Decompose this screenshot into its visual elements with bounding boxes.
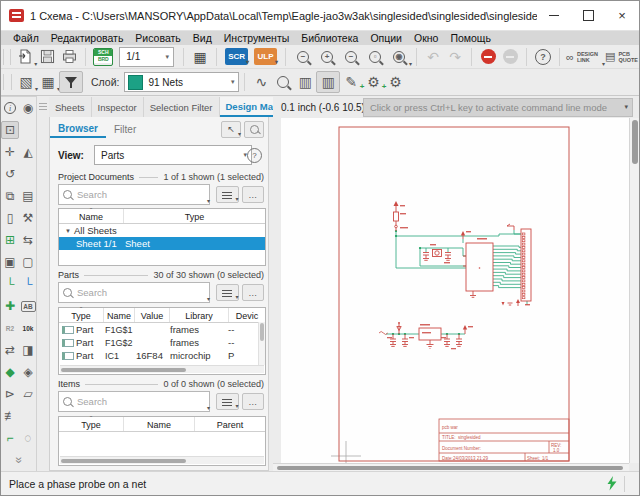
- parts-search-input[interactable]: [75, 286, 209, 299]
- pcb-quote-button[interactable]: ▤ PCBQUOTE: [604, 47, 639, 67]
- settings-button-2[interactable]: ⚙: [384, 72, 406, 92]
- items-more-button[interactable]: …: [242, 393, 265, 410]
- tool-move-icon[interactable]: ✛: [2, 144, 18, 160]
- print-button[interactable]: [58, 47, 80, 67]
- go-button[interactable]: [499, 47, 521, 67]
- zoom-mode-button[interactable]: [244, 121, 264, 138]
- grid-button[interactable]: ▦: [37, 72, 59, 92]
- zoom-select-button[interactable]: ◉: [387, 47, 411, 67]
- tool-smash-icon[interactable]: ◨: [20, 342, 36, 358]
- toolbar-grip-2[interactable]: [3, 74, 12, 90]
- menu-library[interactable]: Библиотека: [295, 31, 364, 45]
- frames-button[interactable]: ▦: [189, 47, 211, 67]
- column-name[interactable]: Name: [124, 417, 195, 431]
- stop-button[interactable]: [477, 47, 499, 67]
- tool-attribute-icon[interactable]: ◈: [20, 364, 36, 380]
- annotate-button[interactable]: ✎+: [340, 72, 362, 92]
- simulate-button[interactable]: ∿: [250, 72, 272, 92]
- zoom-out-button[interactable]: −: [339, 47, 363, 67]
- tool-bus-icon[interactable]: └: [20, 276, 36, 292]
- ulp-button[interactable]: ULP: [254, 48, 277, 65]
- close-button[interactable]: ×: [605, 1, 639, 31]
- part-row[interactable]: Part IC1 16F84 microchip P: [59, 349, 265, 362]
- minimize-button[interactable]: [537, 1, 571, 31]
- parts-search[interactable]: [58, 282, 210, 303]
- project-documents-more-button[interactable]: …: [242, 186, 265, 203]
- tab-selection-filter[interactable]: Selection Filter: [144, 97, 220, 117]
- tool-delete-icon[interactable]: ▯: [2, 210, 18, 226]
- menu-view[interactable]: Вид: [187, 31, 218, 45]
- items-horizontal-scrollbar[interactable]: [60, 456, 264, 464]
- menu-draw[interactable]: Рисовать: [129, 31, 186, 45]
- tool-rotate-icon[interactable]: ↺: [2, 166, 18, 182]
- save-button[interactable]: [36, 47, 58, 67]
- menu-options[interactable]: Опции: [364, 31, 408, 45]
- project-documents-search[interactable]: [58, 184, 210, 205]
- tool-wrench-icon[interactable]: ⚒: [20, 210, 36, 226]
- tool-paste-icon[interactable]: ▤: [20, 188, 36, 204]
- undo-button[interactable]: ↶: [422, 47, 444, 67]
- settings-button[interactable]: ⚙+: [362, 72, 384, 92]
- select-mode-button[interactable]: ↖: [221, 121, 241, 138]
- palette-more-icon[interactable]: »: [11, 452, 27, 468]
- column-name[interactable]: Name: [104, 308, 135, 322]
- filter-button[interactable]: [59, 71, 83, 93]
- design-link-button[interactable]: ∞ DESIGNLINK: [565, 47, 604, 67]
- scr-button[interactable]: SCR: [225, 48, 248, 65]
- view-help-icon[interactable]: ?: [247, 148, 262, 163]
- column-value[interactable]: Value: [135, 308, 170, 322]
- tool-value-icon[interactable]: R2: [2, 320, 18, 336]
- subtab-filter[interactable]: Filter: [106, 122, 144, 137]
- menu-help[interactable]: Помощь: [444, 31, 497, 45]
- schematic-canvas[interactable]: pcb war TITLE: singlesided Document Numb…: [281, 118, 629, 463]
- column-name[interactable]: Name: [59, 209, 124, 223]
- switch-sch-brd-button[interactable]: SCH BRD: [93, 48, 113, 66]
- voltage-regulator[interactable]: [419, 328, 441, 340]
- ic-16f84[interactable]: [466, 243, 493, 291]
- tab-inspector[interactable]: Inspector: [92, 97, 144, 117]
- column-library[interactable]: Library: [170, 308, 229, 322]
- menu-window[interactable]: Окно: [408, 31, 444, 45]
- column-type[interactable]: Type: [124, 209, 265, 223]
- tool-value-alt-icon[interactable]: 10k: [20, 320, 36, 336]
- column-device[interactable]: Devic: [229, 308, 265, 322]
- menu-tools[interactable]: Инструменты: [218, 31, 295, 45]
- tool-net-icon[interactable]: └: [2, 276, 18, 292]
- tool-erc-icon[interactable]: ≢: [2, 408, 18, 424]
- zoom-in-button[interactable]: +: [315, 47, 339, 67]
- help-button[interactable]: ?: [532, 47, 554, 67]
- items-list-button[interactable]: [216, 393, 239, 410]
- panel-view-button-2[interactable]: ▥: [316, 71, 340, 93]
- zoom-redraw-button[interactable]: ▫: [363, 47, 387, 67]
- tool-net-segment-icon[interactable]: ⌐: [2, 430, 18, 446]
- column-parent[interactable]: Parent: [195, 417, 265, 431]
- parts-list-button[interactable]: [216, 284, 239, 301]
- tool-show-icon[interactable]: ◉: [20, 100, 36, 116]
- sheet-row-selected[interactable]: Sheet 1/1 Sheet: [59, 237, 265, 250]
- tool-replace-icon[interactable]: ▣: [2, 254, 18, 270]
- tool-label-icon[interactable]: AB: [21, 301, 36, 312]
- zoom-fit-button[interactable]: −: [291, 47, 315, 67]
- part-row[interactable]: Part F1G$1 frames --: [59, 323, 265, 336]
- tool-replace-alt-icon[interactable]: ▢: [20, 254, 36, 270]
- parts-more-button[interactable]: …: [242, 284, 265, 301]
- items-search-input[interactable]: [75, 395, 209, 408]
- menu-edit[interactable]: Редактировать: [45, 31, 130, 45]
- items-search[interactable]: [58, 391, 210, 412]
- subtab-browser[interactable]: Browser: [50, 121, 106, 138]
- toolbar-grip[interactable]: [3, 49, 11, 65]
- tool-group-select-icon[interactable]: ⊡: [1, 121, 19, 139]
- tool-copy-icon[interactable]: ⧉: [2, 188, 18, 204]
- command-line[interactable]: Click or press Ctrl+L key to activate co…: [363, 98, 633, 117]
- tool-add-part-icon[interactable]: ⊞: [2, 232, 18, 248]
- tool-optimize-icon[interactable]: ◌: [20, 430, 36, 446]
- panel-view-button[interactable]: ▥: [294, 72, 316, 92]
- tool-pinswap-icon[interactable]: ⇄: [2, 342, 18, 358]
- open-button[interactable]: [14, 47, 36, 67]
- parts-horizontal-scrollbar[interactable]: [60, 365, 264, 373]
- maximize-button[interactable]: [571, 1, 605, 31]
- canvas-vertical-scrollbar[interactable]: [629, 118, 639, 463]
- part-row[interactable]: Part F1G$2 frames --: [59, 336, 265, 349]
- parts-vertical-scrollbar[interactable]: [258, 322, 265, 365]
- tool-polygon-outline-icon[interactable]: ▱: [20, 386, 36, 402]
